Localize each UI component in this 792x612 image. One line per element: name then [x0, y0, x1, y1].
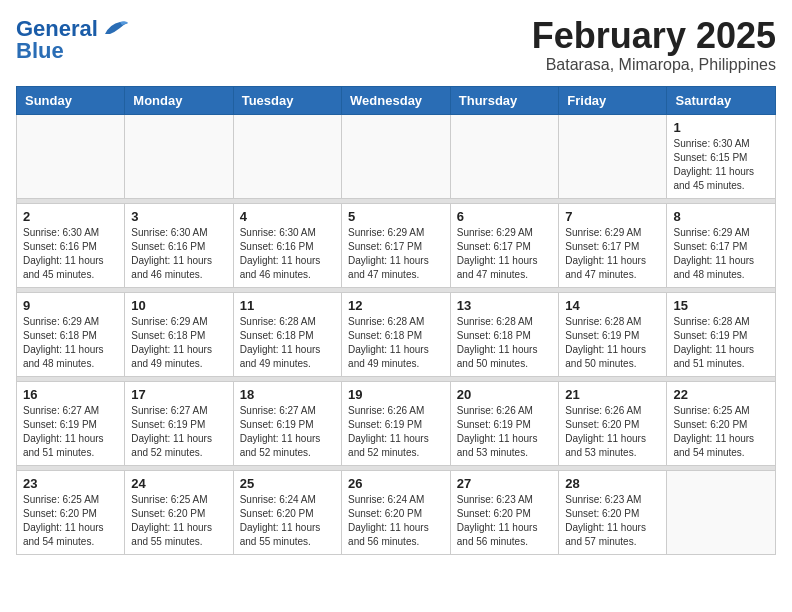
day-info: Sunrise: 6:30 AM Sunset: 6:15 PM Dayligh…: [673, 137, 769, 193]
calendar-cell: [559, 114, 667, 198]
calendar-cell: 20Sunrise: 6:26 AM Sunset: 6:19 PM Dayli…: [450, 381, 559, 465]
day-number: 10: [131, 298, 226, 313]
day-number: 7: [565, 209, 660, 224]
calendar-cell: 7Sunrise: 6:29 AM Sunset: 6:17 PM Daylig…: [559, 203, 667, 287]
day-info: Sunrise: 6:24 AM Sunset: 6:20 PM Dayligh…: [348, 493, 444, 549]
calendar-table: SundayMondayTuesdayWednesdayThursdayFrid…: [16, 86, 776, 555]
day-info: Sunrise: 6:26 AM Sunset: 6:20 PM Dayligh…: [565, 404, 660, 460]
day-info: Sunrise: 6:26 AM Sunset: 6:19 PM Dayligh…: [348, 404, 444, 460]
day-info: Sunrise: 6:29 AM Sunset: 6:18 PM Dayligh…: [23, 315, 118, 371]
calendar-cell: 14Sunrise: 6:28 AM Sunset: 6:19 PM Dayli…: [559, 292, 667, 376]
calendar-cell: 11Sunrise: 6:28 AM Sunset: 6:18 PM Dayli…: [233, 292, 341, 376]
calendar-cell: 6Sunrise: 6:29 AM Sunset: 6:17 PM Daylig…: [450, 203, 559, 287]
header-friday: Friday: [559, 86, 667, 114]
calendar-cell: 2Sunrise: 6:30 AM Sunset: 6:16 PM Daylig…: [17, 203, 125, 287]
day-number: 4: [240, 209, 335, 224]
day-number: 17: [131, 387, 226, 402]
day-info: Sunrise: 6:28 AM Sunset: 6:18 PM Dayligh…: [240, 315, 335, 371]
calendar-cell: 1Sunrise: 6:30 AM Sunset: 6:15 PM Daylig…: [667, 114, 776, 198]
day-info: Sunrise: 6:30 AM Sunset: 6:16 PM Dayligh…: [240, 226, 335, 282]
header-thursday: Thursday: [450, 86, 559, 114]
header-monday: Monday: [125, 86, 233, 114]
calendar-cell: [17, 114, 125, 198]
day-number: 16: [23, 387, 118, 402]
day-number: 3: [131, 209, 226, 224]
day-info: Sunrise: 6:27 AM Sunset: 6:19 PM Dayligh…: [131, 404, 226, 460]
calendar-cell: 12Sunrise: 6:28 AM Sunset: 6:18 PM Dayli…: [342, 292, 451, 376]
header-wednesday: Wednesday: [342, 86, 451, 114]
calendar-cell: [450, 114, 559, 198]
calendar-cell: 5Sunrise: 6:29 AM Sunset: 6:17 PM Daylig…: [342, 203, 451, 287]
day-info: Sunrise: 6:25 AM Sunset: 6:20 PM Dayligh…: [673, 404, 769, 460]
calendar-cell: 27Sunrise: 6:23 AM Sunset: 6:20 PM Dayli…: [450, 470, 559, 554]
calendar-cell: [342, 114, 451, 198]
day-number: 5: [348, 209, 444, 224]
calendar-title: February 2025: [532, 16, 776, 56]
week-row-2: 2Sunrise: 6:30 AM Sunset: 6:16 PM Daylig…: [17, 203, 776, 287]
week-row-3: 9Sunrise: 6:29 AM Sunset: 6:18 PM Daylig…: [17, 292, 776, 376]
day-number: 23: [23, 476, 118, 491]
calendar-cell: [233, 114, 341, 198]
day-number: 13: [457, 298, 553, 313]
day-info: Sunrise: 6:23 AM Sunset: 6:20 PM Dayligh…: [457, 493, 553, 549]
day-info: Sunrise: 6:25 AM Sunset: 6:20 PM Dayligh…: [23, 493, 118, 549]
header-sunday: Sunday: [17, 86, 125, 114]
calendar-cell: 16Sunrise: 6:27 AM Sunset: 6:19 PM Dayli…: [17, 381, 125, 465]
day-number: 21: [565, 387, 660, 402]
day-info: Sunrise: 6:29 AM Sunset: 6:17 PM Dayligh…: [565, 226, 660, 282]
header-tuesday: Tuesday: [233, 86, 341, 114]
day-number: 24: [131, 476, 226, 491]
logo-blue: Blue: [16, 38, 64, 64]
logo: General Blue: [16, 16, 130, 64]
page-header: General Blue February 2025 Batarasa, Mim…: [16, 16, 776, 74]
calendar-cell: [667, 470, 776, 554]
day-info: Sunrise: 6:23 AM Sunset: 6:20 PM Dayligh…: [565, 493, 660, 549]
calendar-cell: 9Sunrise: 6:29 AM Sunset: 6:18 PM Daylig…: [17, 292, 125, 376]
week-row-5: 23Sunrise: 6:25 AM Sunset: 6:20 PM Dayli…: [17, 470, 776, 554]
day-number: 28: [565, 476, 660, 491]
day-info: Sunrise: 6:24 AM Sunset: 6:20 PM Dayligh…: [240, 493, 335, 549]
calendar-cell: 4Sunrise: 6:30 AM Sunset: 6:16 PM Daylig…: [233, 203, 341, 287]
day-info: Sunrise: 6:28 AM Sunset: 6:19 PM Dayligh…: [565, 315, 660, 371]
calendar-cell: 23Sunrise: 6:25 AM Sunset: 6:20 PM Dayli…: [17, 470, 125, 554]
calendar-cell: 8Sunrise: 6:29 AM Sunset: 6:17 PM Daylig…: [667, 203, 776, 287]
day-number: 15: [673, 298, 769, 313]
calendar-subtitle: Batarasa, Mimaropa, Philippines: [532, 56, 776, 74]
calendar-cell: 17Sunrise: 6:27 AM Sunset: 6:19 PM Dayli…: [125, 381, 233, 465]
day-number: 18: [240, 387, 335, 402]
calendar-cell: 26Sunrise: 6:24 AM Sunset: 6:20 PM Dayli…: [342, 470, 451, 554]
day-number: 12: [348, 298, 444, 313]
day-number: 14: [565, 298, 660, 313]
calendar-cell: 13Sunrise: 6:28 AM Sunset: 6:18 PM Dayli…: [450, 292, 559, 376]
day-info: Sunrise: 6:27 AM Sunset: 6:19 PM Dayligh…: [240, 404, 335, 460]
title-block: February 2025 Batarasa, Mimaropa, Philip…: [532, 16, 776, 74]
day-number: 11: [240, 298, 335, 313]
day-number: 25: [240, 476, 335, 491]
day-number: 20: [457, 387, 553, 402]
logo-bird-icon: [100, 18, 130, 40]
day-number: 19: [348, 387, 444, 402]
day-number: 8: [673, 209, 769, 224]
day-info: Sunrise: 6:30 AM Sunset: 6:16 PM Dayligh…: [131, 226, 226, 282]
day-info: Sunrise: 6:27 AM Sunset: 6:19 PM Dayligh…: [23, 404, 118, 460]
day-number: 2: [23, 209, 118, 224]
header-saturday: Saturday: [667, 86, 776, 114]
calendar-cell: 15Sunrise: 6:28 AM Sunset: 6:19 PM Dayli…: [667, 292, 776, 376]
day-number: 1: [673, 120, 769, 135]
week-row-1: 1Sunrise: 6:30 AM Sunset: 6:15 PM Daylig…: [17, 114, 776, 198]
day-info: Sunrise: 6:25 AM Sunset: 6:20 PM Dayligh…: [131, 493, 226, 549]
day-info: Sunrise: 6:29 AM Sunset: 6:17 PM Dayligh…: [348, 226, 444, 282]
day-info: Sunrise: 6:30 AM Sunset: 6:16 PM Dayligh…: [23, 226, 118, 282]
day-info: Sunrise: 6:28 AM Sunset: 6:19 PM Dayligh…: [673, 315, 769, 371]
day-info: Sunrise: 6:26 AM Sunset: 6:19 PM Dayligh…: [457, 404, 553, 460]
week-row-4: 16Sunrise: 6:27 AM Sunset: 6:19 PM Dayli…: [17, 381, 776, 465]
calendar-cell: 18Sunrise: 6:27 AM Sunset: 6:19 PM Dayli…: [233, 381, 341, 465]
calendar-cell: 21Sunrise: 6:26 AM Sunset: 6:20 PM Dayli…: [559, 381, 667, 465]
calendar-cell: 19Sunrise: 6:26 AM Sunset: 6:19 PM Dayli…: [342, 381, 451, 465]
day-info: Sunrise: 6:29 AM Sunset: 6:17 PM Dayligh…: [457, 226, 553, 282]
day-number: 26: [348, 476, 444, 491]
day-number: 9: [23, 298, 118, 313]
day-info: Sunrise: 6:28 AM Sunset: 6:18 PM Dayligh…: [348, 315, 444, 371]
calendar-cell: 24Sunrise: 6:25 AM Sunset: 6:20 PM Dayli…: [125, 470, 233, 554]
day-info: Sunrise: 6:29 AM Sunset: 6:17 PM Dayligh…: [673, 226, 769, 282]
